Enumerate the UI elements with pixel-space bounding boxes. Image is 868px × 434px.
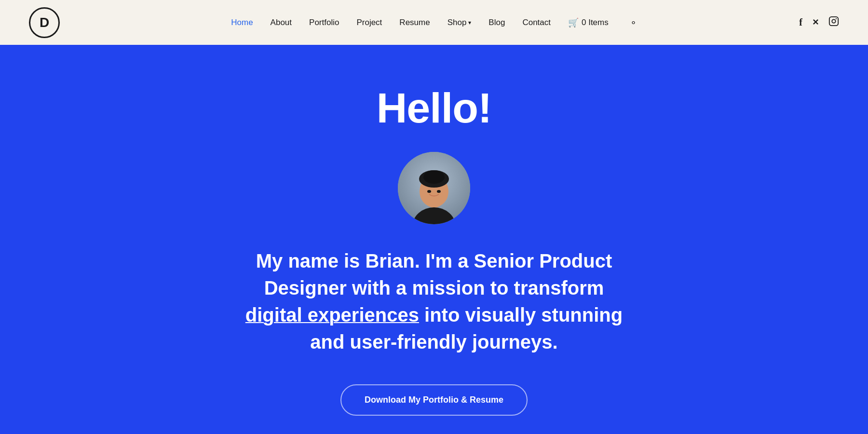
hero-title: Hello!	[377, 83, 491, 133]
avatar	[398, 152, 470, 224]
header: D Home About Portfolio Project Resume Sh…	[0, 0, 868, 45]
hero-section: Hello!	[0, 45, 868, 434]
main-nav: Home About Portfolio Project Resume Shop…	[231, 17, 637, 28]
twitter-x-icon[interactable]: ✕	[812, 17, 819, 27]
hero-description: My name is Brian. I'm a Senior Product D…	[245, 247, 623, 355]
shop-chevron-icon: ▾	[468, 19, 471, 26]
nav-item-shop[interactable]: Shop ▾	[448, 18, 472, 27]
cart-icon: 🛒	[568, 17, 579, 28]
nav-item-resume[interactable]: Resume	[399, 18, 430, 27]
svg-point-10	[437, 190, 441, 193]
facebook-icon[interactable]: f	[799, 17, 802, 28]
cart-label: 0 Items	[582, 18, 609, 27]
logo-letter: D	[40, 15, 49, 30]
nav-item-about[interactable]: About	[271, 18, 292, 27]
nav-item-contact[interactable]: Contact	[522, 18, 551, 27]
download-cta-button[interactable]: Download My Portfolio & Resume	[340, 384, 528, 416]
svg-point-2	[836, 18, 837, 19]
svg-rect-0	[829, 17, 838, 26]
svg-point-1	[832, 19, 835, 23]
logo-button[interactable]: D	[29, 7, 60, 38]
nav-item-home[interactable]: Home	[231, 18, 253, 27]
svg-point-9	[427, 190, 431, 193]
nav-item-portfolio[interactable]: Portfolio	[309, 18, 339, 27]
search-icon[interactable]: ⚬	[630, 17, 637, 28]
svg-point-8	[423, 170, 445, 184]
social-links: f ✕	[799, 16, 839, 29]
nav-item-project[interactable]: Project	[356, 18, 382, 27]
nav-item-blog[interactable]: Blog	[488, 18, 505, 27]
instagram-icon[interactable]	[828, 16, 839, 29]
cart-button[interactable]: 🛒 0 Items	[568, 17, 609, 28]
hero-underline-text: digital experiences	[245, 304, 419, 326]
